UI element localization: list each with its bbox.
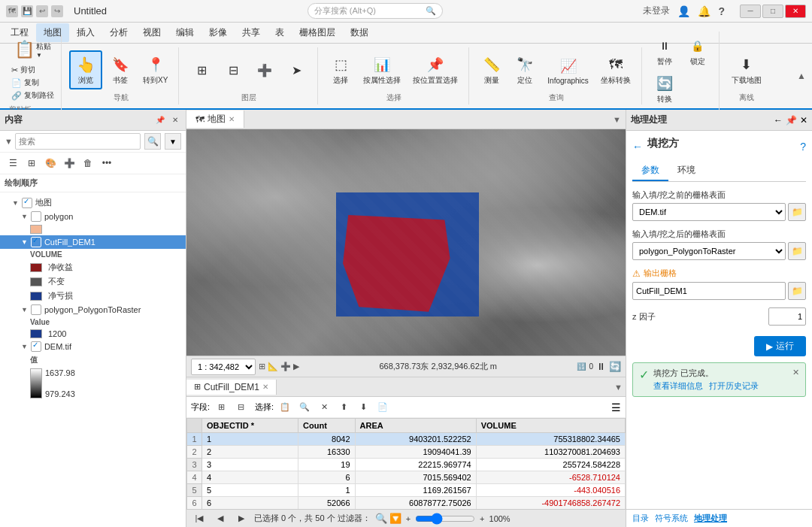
geo-tab-env[interactable]: 环境: [668, 161, 704, 181]
more-button[interactable]: •••: [98, 155, 115, 171]
geo-output-input[interactable]: [632, 282, 786, 300]
check-ptr[interactable]: [31, 304, 41, 315]
select-button[interactable]: ⬚ 选择: [326, 52, 356, 88]
toc-item-map[interactable]: ▼ 地图: [0, 195, 186, 210]
cut-button[interactable]: ✂ 剪切: [9, 64, 56, 76]
pause-label-button[interactable]: ⏸ 暂停: [650, 33, 680, 69]
menu-raster[interactable]: 栅格图层: [292, 23, 343, 42]
close-button[interactable]: ✕: [785, 5, 806, 18]
trash-button[interactable]: 🗑: [80, 155, 96, 171]
first-page-btn[interactable]: |◀: [191, 510, 208, 527]
refresh-map-icon[interactable]: 🔄: [609, 361, 621, 372]
bottom-tab-symbol[interactable]: 符号系统: [655, 513, 688, 524]
table-content[interactable]: OBJECTID * Count AREA VOLUME 1 1 8042 94…: [186, 418, 626, 509]
geo-help-icon[interactable]: ?: [800, 141, 806, 153]
geo-before-folder-btn[interactable]: 📁: [788, 203, 806, 221]
add-row-icon[interactable]: ➕: [280, 362, 291, 371]
map-tool-btn3[interactable]: ➕: [250, 57, 280, 83]
map-tool-btn4[interactable]: ➤: [281, 57, 311, 83]
map-tool-btn1[interactable]: ⊞: [186, 57, 217, 83]
table-tab-cutfill[interactable]: ⊞ CutFill_DEM1 ✕: [186, 380, 277, 395]
scale-selector[interactable]: 1 : 342,482: [191, 359, 256, 375]
select-copy-btn[interactable]: 📋: [277, 399, 293, 416]
table-row[interactable]: 4 4 6 7015.569402 -6528.710124: [187, 471, 626, 484]
filter-icon2[interactable]: 🔽: [389, 513, 401, 524]
copy-path-button[interactable]: 🔗 复制路径: [9, 89, 56, 101]
infographics-button[interactable]: 📈 Infographics: [543, 53, 592, 87]
toc-item-polygon-ptr[interactable]: ▼ polygon_PolygonToRaster: [0, 303, 186, 317]
toc-item-cutfill[interactable]: ▼ CutFill_DEM1: [0, 235, 186, 249]
table-menu-btn[interactable]: ☰: [611, 401, 621, 413]
select-clear-btn[interactable]: ✕: [316, 399, 332, 416]
lock-label-button[interactable]: 🔒 锁定: [683, 33, 713, 69]
check-polygon[interactable]: [31, 211, 41, 222]
export-btn1[interactable]: ⬆: [335, 399, 352, 416]
table-view-button[interactable]: ⊞: [23, 155, 40, 171]
bell-icon[interactable]: 🔔: [698, 5, 710, 17]
search-input[interactable]: [15, 133, 141, 150]
check-map[interactable]: [22, 198, 32, 208]
prev-page-btn[interactable]: ◀: [212, 510, 229, 527]
list-view-button[interactable]: ☰: [5, 155, 21, 171]
download-map-button[interactable]: ⬇ 下载地图: [727, 52, 766, 88]
geo-close-icon[interactable]: ✕: [800, 115, 807, 126]
view-details-link[interactable]: 查看详细信息: [653, 380, 703, 392]
bottom-tab-geo[interactable]: 地理处理: [694, 513, 727, 524]
symbol-view-button[interactable]: 🎨: [42, 155, 59, 171]
zoom-slider[interactable]: [415, 513, 475, 525]
col-objectid[interactable]: OBJECTID *: [202, 419, 298, 433]
locate-button[interactable]: 🔭 定位: [510, 52, 540, 88]
geo-z-input[interactable]: [768, 307, 806, 326]
col-volume[interactable]: VOLUME: [476, 419, 625, 433]
geo-after-folder-btn[interactable]: 📁: [788, 242, 806, 260]
col-count[interactable]: Count: [298, 419, 355, 433]
coord-transform-button[interactable]: 🗺 坐标转换: [596, 52, 635, 88]
run-button[interactable]: ▶ 运行: [754, 336, 806, 356]
menu-insert[interactable]: 插入: [69, 23, 102, 42]
save-icon[interactable]: 💾: [21, 5, 33, 17]
ribbon-expand-icon[interactable]: ▲: [797, 71, 806, 81]
table-row[interactable]: 3 3 19 22215.969774 255724.584228: [187, 459, 626, 471]
check-dem[interactable]: [31, 341, 41, 352]
menu-view[interactable]: 视图: [135, 23, 168, 42]
add-button[interactable]: ➕: [61, 155, 77, 171]
search-options-button[interactable]: ▼: [165, 133, 181, 150]
map-tool-btn2[interactable]: ⊟: [218, 57, 248, 83]
map-tab[interactable]: 🗺 地图 ✕: [186, 111, 244, 128]
geo-tab-params[interactable]: 参数: [632, 161, 668, 181]
help-icon[interactable]: ?: [718, 5, 725, 17]
menu-analysis[interactable]: 分析: [102, 23, 135, 42]
minimize-button[interactable]: ─: [740, 5, 761, 18]
menu-share[interactable]: 共享: [235, 23, 268, 42]
field-grid-btn2[interactable]: ⊟: [232, 399, 249, 416]
field-grid-btn1[interactable]: ⊞: [213, 399, 229, 416]
close-panel-icon[interactable]: ✕: [169, 114, 181, 126]
col-area[interactable]: AREA: [355, 419, 476, 433]
export-btn3[interactable]: 📄: [374, 399, 391, 416]
geo-back-icon[interactable]: ←: [774, 115, 783, 126]
map-canvas[interactable]: [186, 129, 626, 356]
table-row[interactable]: 5 5 1 1169.261567 -443.040516: [187, 484, 626, 497]
filter-icon1[interactable]: 🔍: [375, 513, 387, 524]
bottom-tab-catalog[interactable]: 目录: [632, 513, 649, 524]
toc-item-dem[interactable]: ▼ DEM.tif: [0, 340, 186, 353]
grid-toggle[interactable]: ⊞: [259, 362, 265, 371]
undo-icon[interactable]: ↩: [36, 5, 48, 17]
map-tab-close[interactable]: ✕: [229, 115, 235, 123]
loc-select-button[interactable]: 📌 按位置置选择: [408, 52, 462, 88]
snap-icon[interactable]: 📐: [268, 362, 278, 371]
check-cutfill[interactable]: [31, 237, 41, 247]
table-expand-btn[interactable]: ▼: [614, 382, 626, 392]
success-close-btn[interactable]: ✕: [792, 368, 799, 377]
map-expand-btn[interactable]: ▼: [613, 114, 626, 125]
measure-button[interactable]: 📏 测量: [477, 52, 507, 88]
pin-icon[interactable]: 📌: [154, 114, 166, 126]
next-page-btn[interactable]: ▶: [233, 510, 250, 527]
search-button[interactable]: 🔍: [144, 133, 161, 150]
search-bar[interactable]: 分享搜索 (Alt+Q) 🔍: [308, 3, 443, 19]
restore-button[interactable]: □: [762, 5, 783, 18]
toc-item-polygon[interactable]: ▼ polygon: [0, 210, 186, 223]
geo-after-select[interactable]: polygon_PolygonToRaster: [632, 242, 786, 260]
back-arrow-icon[interactable]: ←: [632, 141, 643, 153]
table-row[interactable]: 6 6 52066 60878772.75026 -4901746858.267…: [187, 497, 626, 510]
